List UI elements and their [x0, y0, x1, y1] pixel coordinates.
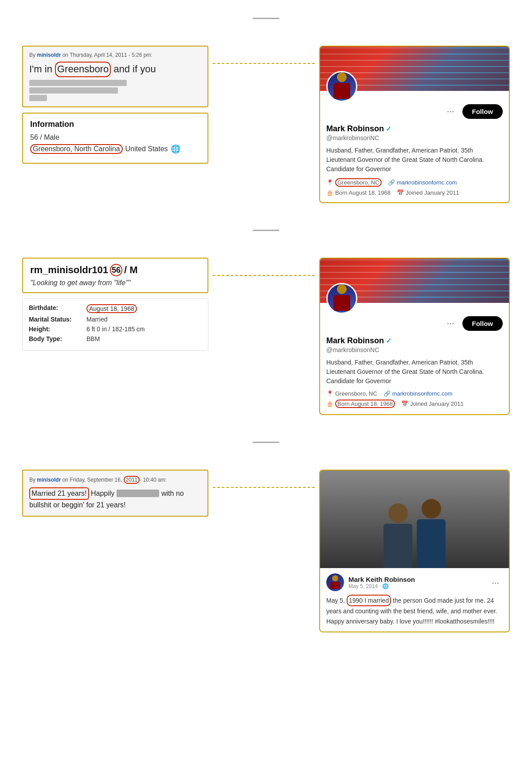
body-value: BBM: [86, 335, 100, 342]
year-highlight-3: 2011: [124, 476, 140, 484]
connector-2: [208, 258, 319, 293]
meta-born-1: 🎂 Born August 18, 1968: [326, 189, 391, 196]
three-dots-button-3[interactable]: ···: [488, 576, 503, 589]
marital-label: Marital Status:: [29, 316, 86, 323]
blurred-word: █████: [117, 490, 160, 497]
person-silhouette-2: [331, 284, 353, 313]
section-row-2: rm_minisoldr10156/ M "Looking to get awa…: [9, 258, 523, 415]
left-panel-3: By minisoldr on Friday, September 16, 20…: [22, 470, 208, 517]
byline-3: By minisoldr on Friday, September 16, 20…: [29, 476, 201, 484]
profile-avatar-1: [326, 71, 357, 102]
fb-avatar-head: [332, 575, 338, 581]
fb-post-image: [320, 471, 509, 568]
forum-post-1: By minisoldr on Thursday, April 14, 2011…: [22, 46, 208, 107]
info-title: Information: [30, 120, 200, 129]
blurred-line-3: [29, 95, 47, 101]
profile-card-1: ··· Follow Mark Robinson ✓ @markrobinson…: [319, 46, 510, 203]
location-pin-icon-2: 📍: [326, 390, 333, 397]
blurred-lines: [29, 80, 201, 101]
dashed-line-2: [213, 275, 315, 276]
username-suffix: / M: [124, 264, 138, 276]
avatar-inner-2: [328, 284, 356, 313]
follow-button-1[interactable]: Follow: [462, 104, 503, 119]
follow-button-2[interactable]: Follow: [462, 316, 503, 331]
married-highlight: Married 21 years!: [29, 487, 89, 500]
meta-website-1: 🔗 markrobinsonfornc.com: [388, 178, 457, 187]
calendar-icon-1: 📅: [397, 189, 404, 196]
three-dots-button-1[interactable]: ···: [443, 104, 458, 118]
person2-body: [417, 519, 446, 568]
person-silhouette-1: [331, 72, 353, 101]
birthdate-label: Birthdate:: [29, 304, 86, 313]
fb-user: Mark Keith Robinson May 5, 2014 · 🌐: [326, 573, 415, 591]
by-middle-3: on Friday, September 16,: [61, 477, 123, 483]
fb-user-name: Mark Keith Robinson: [348, 576, 415, 583]
fb-post-date: May 5, 2014 · 🌐: [348, 583, 415, 589]
details-table: Birthdate: August 18, 1968 Marital Statu…: [22, 298, 208, 351]
fb-text-prefix: May 5,: [326, 597, 347, 604]
location-suffix: United States: [125, 145, 168, 153]
meta-location-2: 📍 Greensboro, NC: [326, 390, 377, 397]
fb-avatar: [326, 573, 344, 591]
by-suffix-3: - 10:40 am:: [140, 477, 167, 483]
photo-bg: [320, 471, 509, 568]
verified-badge-2: ✓: [386, 337, 391, 345]
meta-joined-2: 📅 Joined January 2011: [401, 400, 464, 408]
forum-username-3: minisoldr: [37, 477, 61, 483]
height-label: Height:: [29, 326, 86, 333]
info-line-age: 56 / Male: [30, 133, 200, 141]
profile-handle-2: @markrobinsonNC: [326, 346, 503, 353]
website-link-1: markrobinsonfornc.com: [397, 179, 457, 186]
profile-card-2: ··· Follow Mark Robinson ✓ @markrobinson…: [319, 258, 510, 415]
fb-post-card: Mark Keith Robinson May 5, 2014 · 🌐 ··· …: [319, 470, 510, 632]
info-box-1: Information 56 / Male Greensboro, North …: [22, 113, 208, 164]
avatar-inner-1: [328, 72, 356, 101]
location-highlight: Greensboro, North Carolina: [30, 144, 123, 154]
profile-meta-2: 📍 Greensboro, NC 🔗 markrobinsonfornc.com…: [326, 390, 503, 408]
person-body-1: [333, 83, 350, 99]
three-dots-button-2[interactable]: ···: [443, 316, 458, 330]
person-body-2: [333, 295, 350, 311]
profile-banner-2: [320, 259, 509, 303]
dashed-line-3: [213, 487, 315, 488]
profile-avatar-2: [326, 283, 357, 314]
link-icon-2: 🔗: [383, 390, 391, 397]
profile-name-1: Mark Robinson ✓: [326, 124, 503, 133]
website-link-2: markrobinsonfornc.com: [392, 390, 453, 397]
forum-username-1: minisoldr: [37, 52, 61, 58]
profile-meta-1: 📍 Greensboro, NC 🔗 markrobinsonfornc.com…: [326, 178, 503, 196]
connector-3: [208, 470, 319, 505]
forum-post-text-1: I'm in Greensboro and if you: [29, 62, 201, 77]
person1-head: [388, 503, 408, 523]
cake-icon-2: 🎂: [326, 400, 333, 407]
username-subtitle: "Looking to get away from "life"": [30, 279, 200, 287]
fb-avatar-inner: [329, 575, 341, 589]
divider-3: [253, 442, 279, 443]
section-row-3: By minisoldr on Friday, September 16, 20…: [9, 470, 523, 632]
by-date: on Thursday, April 14, 2011 - 5:26 pm:: [61, 52, 152, 58]
person-head-1: [337, 72, 347, 82]
blurred-line-1: [29, 80, 127, 86]
profile-name-2: Mark Robinson ✓: [326, 336, 503, 345]
person-1: [383, 503, 412, 568]
detail-row-birthdate: Birthdate: August 18, 1968: [29, 304, 202, 313]
fb-user-info: Mark Keith Robinson May 5, 2014 · 🌐: [348, 576, 415, 589]
birthdate-value: August 18, 1968: [86, 304, 137, 313]
person-2: [417, 499, 446, 568]
detail-row-body: Body Type: BBM: [29, 335, 202, 342]
greensboro-highlight: Greensboro: [55, 62, 111, 77]
location-pin-icon: 📍: [326, 179, 333, 186]
forum-byline-1: By minisoldr on Thursday, April 14, 2011…: [29, 52, 201, 58]
top-divider: [253, 18, 279, 19]
fb-avatar-body: [330, 582, 340, 589]
connector-1: [208, 46, 319, 81]
meta-location-1: 📍 Greensboro, NC: [326, 178, 382, 187]
profile-bio-1: Husband, Father, Grandfather, American P…: [326, 146, 503, 174]
person2-head: [422, 499, 441, 518]
profile-handle-1: @markrobinsonNC: [326, 134, 503, 141]
link-icon-1: 🔗: [388, 179, 395, 186]
blurred-line-2: [29, 87, 118, 94]
fb-post-text: May 5, 1990 I married the person God mad…: [326, 595, 503, 626]
body-label: Body Type:: [29, 335, 86, 342]
profile-banner-1: [320, 47, 509, 91]
